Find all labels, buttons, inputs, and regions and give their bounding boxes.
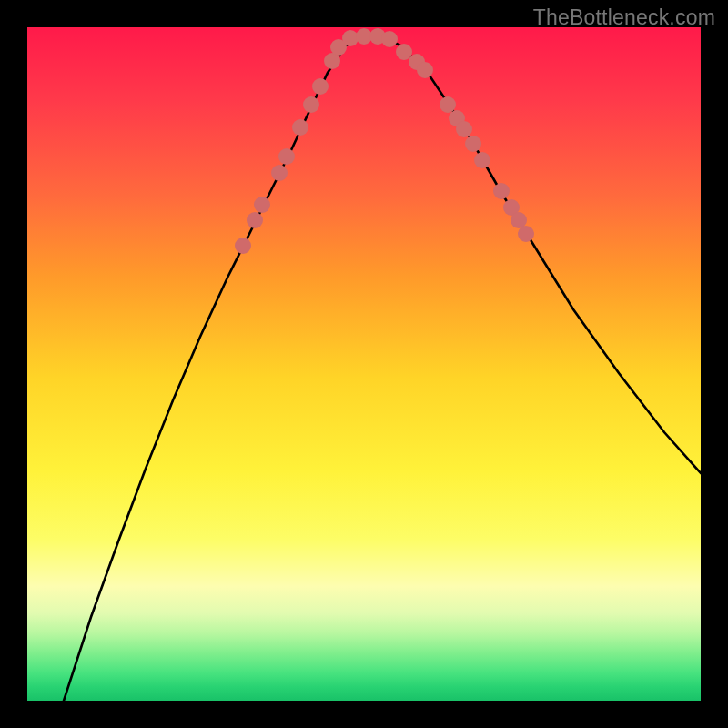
watermark-label: TheBottleneck.com <box>533 5 715 30</box>
highlight-dot <box>303 96 319 113</box>
highlight-dot <box>247 212 263 228</box>
highlight-dot <box>456 121 472 137</box>
highlight-dot <box>465 136 481 152</box>
highlight-dots <box>235 28 534 254</box>
highlight-dot <box>381 31 398 47</box>
highlight-dot <box>254 197 270 213</box>
highlight-dot <box>474 152 490 168</box>
highlight-dot <box>235 238 251 254</box>
chart-plot-area <box>27 27 701 701</box>
highlight-dot <box>312 78 329 95</box>
highlight-dot <box>440 96 456 113</box>
bottleneck-curve <box>64 36 701 701</box>
chart-frame: TheBottleneck.com <box>0 0 728 728</box>
highlight-dot <box>271 165 288 181</box>
highlight-dot <box>292 119 308 136</box>
highlight-dot <box>396 44 412 60</box>
curve-svg <box>27 27 701 701</box>
highlight-dot <box>417 62 433 78</box>
highlight-dot <box>518 226 534 242</box>
highlight-dot <box>278 148 295 165</box>
highlight-dot <box>493 183 510 199</box>
